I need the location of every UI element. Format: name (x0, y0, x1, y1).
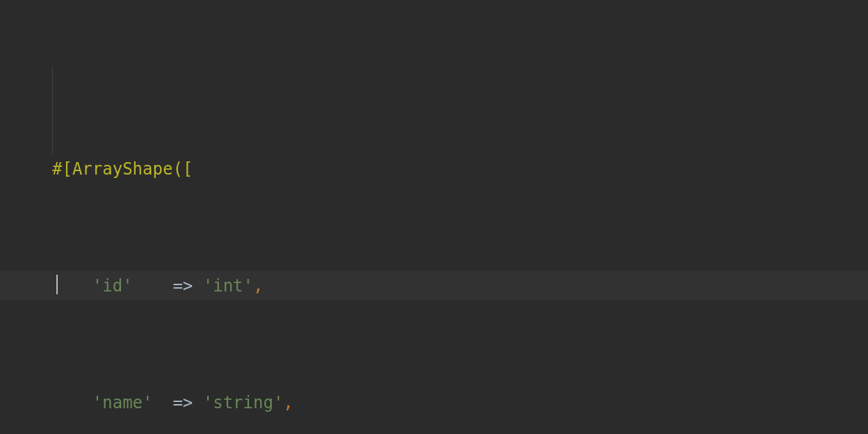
comma: , (283, 393, 293, 412)
comma: , (253, 276, 263, 296)
arrow-operator: => (172, 393, 193, 412)
padding (153, 393, 163, 412)
string-literal: 'string' (203, 393, 284, 412)
code-line[interactable]: #[ArrayShape([ (0, 154, 868, 184)
code-line[interactable]: 'name' => 'string', (0, 388, 868, 417)
indent (52, 276, 93, 296)
arrow-operator: => (172, 276, 193, 296)
string-literal: 'int' (203, 276, 253, 296)
indent (52, 393, 93, 412)
string-literal: 'name' (93, 393, 153, 412)
attribute-open: #[ArrayShape([ (52, 159, 193, 179)
string-literal: 'id' (93, 276, 133, 296)
code-line-active[interactable]: 'id' => 'int', (0, 271, 868, 300)
padding (133, 276, 163, 296)
indent-guide (52, 67, 53, 154)
code-editor[interactable]: #[ArrayShape([ 'id' => 'int', 'name' => … (0, 0, 868, 434)
